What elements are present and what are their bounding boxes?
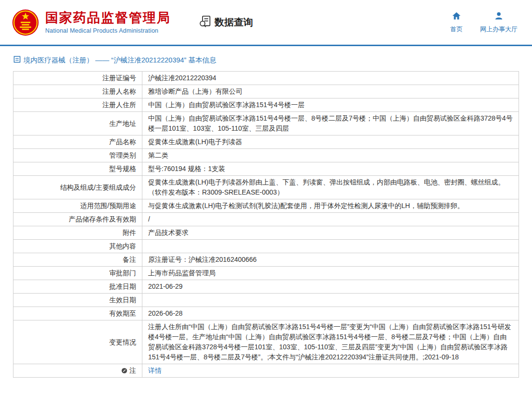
row-label: 适用范围/预期用途: [13, 199, 142, 213]
row-label: 注册人名称: [13, 85, 142, 98]
row-value: 详情: [142, 364, 519, 378]
table-row: 生产地址 中国（上海）自由贸易试验区李冰路151号4号楼一层、8号楼二层及7号楼…: [13, 112, 519, 135]
table-row: 有效期至 2026-06-28: [13, 307, 519, 320]
table-row: 结构及组成/主要组成成分 促黄体生成激素(LH)电子判读器外部由上盖、下盖、判读…: [13, 176, 519, 199]
table-row: 变更情况 注册人住所由“中国（上海）自由贸易试验区李冰路151号4号楼一层”变更…: [13, 320, 519, 364]
table-row: 产品名称 促黄体生成激素(LH)电子判读器: [13, 135, 519, 149]
row-value: 促黄体生成激素(LH)电子判读器: [142, 135, 519, 149]
user-icon: [494, 11, 504, 23]
row-label: 备注: [13, 253, 142, 267]
detail-link[interactable]: 详情: [148, 367, 162, 374]
table-row: 注册人住所 中国（上海）自由贸易试验区李冰路151号4号楼一层: [13, 98, 519, 112]
table-row: 产品储存条件及有效期 /: [13, 213, 519, 226]
row-value: 中国（上海）自由贸易试验区李冰路151号4号楼一层、8号楼二层及7号楼；中国（上…: [142, 112, 519, 135]
row-label: 其他内容: [13, 240, 142, 253]
row-value: 沪械注准20212220394: [142, 72, 519, 85]
data-query-icon: [199, 15, 212, 30]
row-value: /: [142, 213, 519, 226]
table-row: 附件 产品技术要求: [13, 226, 519, 240]
breadcrumb: 境内医疗器械（注册） —— “沪械注准20212220394” 基本信息: [0, 46, 532, 65]
national-emblem-icon: [12, 9, 39, 37]
row-value: 型号:760194 规格：1支装: [142, 162, 519, 176]
table-row: 注册人名称 雅培诊断产品（上海）有限公司: [13, 85, 519, 98]
document-icon: [13, 56, 21, 65]
row-value: 与促黄体生成激素(LH)电子检测试剂(乳胶法)配套使用，用于体外定性检测人尿液中…: [142, 199, 519, 213]
row-value: [142, 294, 519, 307]
row-label: 变更情况: [13, 320, 142, 364]
row-value: 注册人住所由“中国（上海）自由贸易试验区李冰路151号4号楼一层”变更为“中国（…: [142, 320, 519, 364]
row-value: 中国（上海）自由贸易试验区李冰路151号4号楼一层: [142, 98, 519, 112]
table-row: 备注 原注册证号：沪械注准20162400666: [13, 253, 519, 267]
row-label: 型号规格: [13, 162, 142, 176]
nav-home-label: 首页: [450, 25, 463, 34]
table-row: 生效日期: [13, 294, 519, 307]
data-query-title: 数据查询: [199, 15, 253, 30]
row-label: 注册人住所: [13, 98, 142, 112]
row-value: 第二类: [142, 149, 519, 162]
org-name-en: National Medical Products Administration: [45, 27, 171, 34]
row-value: 2021-06-29: [142, 280, 519, 294]
header-nav: 首页 网上办事大厅: [450, 11, 518, 34]
row-value: 原注册证号：沪械注准20162400666: [142, 253, 519, 267]
row-label: 产品储存条件及有效期: [13, 213, 142, 226]
table-row: 管理类别 第二类: [13, 149, 519, 162]
table-row: 批准日期 2021-06-29: [13, 280, 519, 294]
row-label: 附件: [13, 226, 142, 240]
table-row: 适用范围/预期用途 与促黄体生成激素(LH)电子检测试剂(乳胶法)配套使用，用于…: [13, 199, 519, 213]
note-icon: [121, 368, 127, 374]
row-label: 生效日期: [13, 294, 142, 307]
row-label: 产品名称: [13, 135, 142, 149]
table-row-note: 注 详情: [13, 364, 519, 378]
row-value: 雅培诊断产品（上海）有限公司: [142, 85, 519, 98]
table-row: 其他内容: [13, 240, 519, 253]
nav-service-hall-label: 网上办事大厅: [480, 25, 518, 34]
row-label: 注册证编号: [13, 72, 142, 85]
nav-home[interactable]: 首页: [450, 11, 463, 34]
table-row: 审批部门 上海市药品监督管理局: [13, 267, 519, 280]
row-value: 促黄体生成激素(LH)电子判读器外部由上盖、下盖、判读窗、弹出按钮组成，内部由电…: [142, 176, 519, 199]
row-label: 有效期至: [13, 307, 142, 320]
row-value: [142, 240, 519, 253]
registration-info-table: 注册证编号 沪械注准20212220394 注册人名称 雅培诊断产品（上海）有限…: [13, 71, 519, 378]
row-label: 批准日期: [13, 280, 142, 294]
row-value: 2026-06-28: [142, 307, 519, 320]
page-header: 国家药品监督管理局 National Medical Products Admi…: [0, 0, 532, 45]
row-label: 结构及组成/主要组成成分: [13, 176, 142, 199]
org-name-cn: 国家药品监督管理局: [45, 11, 171, 25]
home-icon: [452, 11, 461, 23]
table-row: 注册证编号 沪械注准20212220394: [13, 72, 519, 85]
row-label: 生产地址: [13, 112, 142, 135]
row-label: 注: [129, 366, 136, 376]
row-value: 上海市药品监督管理局: [142, 267, 519, 280]
breadcrumb-text: 境内医疗器械（注册） —— “沪械注准20212220394” 基本信息: [24, 56, 216, 65]
row-label: 管理类别: [13, 149, 142, 162]
data-query-label: 数据查询: [215, 16, 253, 29]
table-row: 型号规格 型号:760194 规格：1支装: [13, 162, 519, 176]
row-value: 产品技术要求: [142, 226, 519, 240]
nav-service-hall[interactable]: 网上办事大厅: [480, 11, 518, 34]
row-label: 审批部门: [13, 267, 142, 280]
org-names: 国家药品监督管理局 National Medical Products Admi…: [45, 11, 171, 34]
